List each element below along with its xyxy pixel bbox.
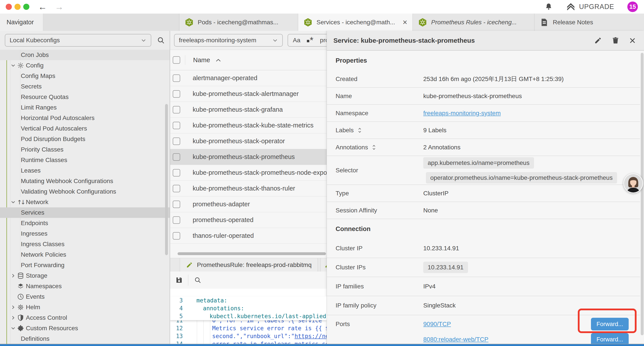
row-checkbox[interactable] (173, 137, 180, 145)
sidebar-item-ingresses[interactable]: Ingresses (0, 228, 170, 239)
minimize-window-button[interactable] (14, 4, 20, 10)
sidebar-item-ingress-classes[interactable]: Ingress Classes (0, 239, 170, 249)
sidebar-item-validating-webhook-configurations[interactable]: Validating Webhook Configurations (0, 186, 170, 197)
table-row-prometheus-adapter[interactable]: prometheus-adapter (170, 196, 326, 212)
sidebar-item-cron-jobs[interactable]: Cron Jobs (0, 50, 170, 60)
sidebar-item-network[interactable]: ↑↓Network (0, 197, 170, 207)
sidebar-item-runtime-classes[interactable]: Runtime Classes (0, 155, 170, 165)
close-window-button[interactable] (6, 4, 12, 10)
table-row-kube-prometheus-stack-thanos-ruler[interactable]: kube-prometheus-stack-thanos-ruler (170, 181, 326, 196)
sort-ascending-icon[interactable] (215, 58, 222, 62)
chevron-right-icon[interactable] (10, 315, 16, 320)
forward-button[interactable]: Forward... (591, 318, 629, 331)
chevron-right-icon[interactable] (10, 273, 16, 278)
back-arrow-icon[interactable]: ← (38, 2, 47, 11)
chevron-down-icon[interactable] (10, 63, 16, 68)
sidebar-item-limit-ranges[interactable]: Limit Ranges (0, 102, 170, 113)
sidebar-item-port-forwarding[interactable]: Port Forwarding (0, 260, 170, 271)
sidebar-item-events[interactable]: Events (0, 292, 170, 302)
row-checkbox[interactable] (173, 106, 180, 113)
sidebar-item-namespaces[interactable]: Namespaces (0, 281, 170, 292)
table-row-kube-prometheus-stack-grafana[interactable]: kube-prometheus-stack-grafana (170, 102, 326, 118)
tab-pods-icecheng-mathmas[interactable]: Pods - icecheng@mathmas... (179, 13, 298, 31)
row-checkbox[interactable] (173, 153, 180, 161)
chevron-down-icon[interactable] (10, 326, 16, 331)
sidebar-item-horizontal-pod-autoscalers[interactable]: Horizontal Pod Autoscalers (0, 113, 170, 123)
tab-close-icon[interactable]: × (400, 18, 407, 27)
table-row-thanos-ruler-operated[interactable]: thanos-ruler-operated (170, 228, 326, 244)
table-row-kube-prometheus-stack-prometheus-node-expor[interactable]: kube-prometheus-stack-prometheus-node-ex… (170, 165, 326, 181)
sidebar-item-resource-quotas[interactable]: Resource Quotas (0, 92, 170, 102)
upgrade-button[interactable]: UPGRADE (566, 2, 614, 11)
tab-release-notes[interactable]: Release Notes (534, 13, 644, 31)
navigator-panel-tab[interactable]: Navigator (0, 13, 43, 31)
table-row-kube-prometheus-stack-prometheus[interactable]: kube-prometheus-stack-prometheus (170, 149, 326, 165)
sidebar-item-definitions[interactable]: Definitions (0, 334, 170, 344)
sidebar-item-network-policies[interactable]: Network Policies (0, 249, 170, 260)
sidebar-item-config[interactable]: Config (0, 60, 170, 71)
sidebar-item-pod-disruption-budgets[interactable]: Pod Disruption Budgets (0, 134, 170, 144)
select-all-checkbox[interactable] (173, 56, 180, 64)
tab-services-icecheng-math[interactable]: Services - icecheng@math...× (298, 13, 413, 31)
port-link[interactable]: 8080:reloader-web/TCP (423, 336, 488, 343)
port-link[interactable]: 9090/TCP (423, 321, 451, 328)
sidebar-item-services[interactable]: Services (0, 207, 170, 218)
tab-prometheus-rules-icecheng[interactable]: Prometheus Rules - icecheng... (413, 13, 534, 31)
forward-button[interactable]: Forward... (591, 333, 629, 344)
row-checkbox[interactable] (173, 185, 180, 192)
table-search-input[interactable]: Aa * prome (288, 34, 326, 47)
row-checkbox[interactable] (173, 232, 180, 240)
sidebar-item-priority-classes[interactable]: Priority Classes (0, 144, 170, 155)
forward-arrow-icon[interactable]: → (55, 2, 64, 11)
row-checkbox[interactable] (173, 122, 180, 129)
sidebar-item-helm[interactable]: Helm (0, 302, 170, 313)
table-row-kube-prometheus-stack-operator[interactable]: kube-prometheus-stack-operator (170, 133, 326, 149)
code-segment[interactable]: https://net (294, 333, 326, 340)
edit-pencil-icon[interactable] (594, 37, 602, 44)
save-icon[interactable] (175, 276, 183, 284)
sidebar-item-leases[interactable]: Leases (0, 165, 170, 176)
row-checkbox[interactable] (173, 74, 180, 82)
sidebar-item-vertical-pod-autoscalers[interactable]: Vertical Pod Autoscalers (0, 123, 170, 134)
panel-scrollbar[interactable] (641, 53, 644, 335)
delete-trash-icon[interactable] (612, 37, 619, 44)
property-value[interactable]: freeleaps-monitoring-system (423, 110, 501, 117)
sidebar-item-storage[interactable]: Storage (0, 271, 170, 281)
chevron-right-icon[interactable] (10, 305, 16, 310)
table-row-alertmanager-operated[interactable]: alertmanager-operated (170, 70, 326, 86)
search-icon[interactable] (157, 36, 165, 44)
sidebar-item-config-maps[interactable]: Config Maps (0, 71, 170, 81)
sidebar-item-access-control[interactable]: Access Control (0, 313, 170, 323)
regex-toggle[interactable]: * (307, 37, 313, 43)
close-icon[interactable]: × (629, 35, 636, 46)
sidebar-item-endpoints[interactable]: Endpoints (0, 218, 170, 228)
sidebar-item-custom-resources[interactable]: Custom Resources (0, 323, 170, 334)
notification-badge[interactable]: 15 (627, 1, 638, 12)
namespace-filter-select[interactable]: freeleaps-monitoring-system (174, 34, 283, 47)
sidebar-item-secrets[interactable]: Secrets (0, 81, 170, 92)
window-titlebar: ← → UPGRADE 15 (0, 0, 644, 14)
row-checkbox[interactable] (173, 216, 180, 224)
editor-tab-prometheusrule[interactable]: PrometheusRule: freeleaps-prod-rabbitmq (180, 258, 318, 272)
kubeconfig-selector[interactable]: Local Kubeconfigs (5, 34, 151, 47)
row-checkbox[interactable] (173, 90, 180, 98)
table-row-kube-prometheus-stack-alertmanager[interactable]: kube-prometheus-stack-alertmanager (170, 86, 326, 102)
editor-search-icon[interactable] (194, 276, 202, 284)
row-checkbox[interactable] (173, 201, 180, 208)
sort-updown-icon[interactable] (358, 127, 362, 133)
editor-tab-next[interactable] (320, 258, 326, 272)
row-checkbox[interactable] (173, 169, 180, 177)
sidebar-item-mutating-webhook-configurations[interactable]: Mutating Webhook Configurations (0, 176, 170, 186)
sidebar-scrollbar[interactable] (165, 104, 168, 255)
chevron-down-icon[interactable] (10, 200, 16, 205)
bell-icon[interactable] (544, 3, 553, 11)
match-case-toggle[interactable]: Aa (293, 37, 300, 44)
table-row-kube-prometheus-stack-kube-state-metrics[interactable]: kube-prometheus-stack-kube-state-metrics (170, 118, 326, 133)
user-avatar[interactable] (624, 173, 643, 193)
maximize-window-button[interactable] (23, 4, 29, 10)
table-row-prometheus-operated[interactable]: prometheus-operated (170, 212, 326, 228)
horizontal-scrollbar[interactable] (178, 252, 326, 255)
yaml-editor[interactable]: 3metadata:4annotations:5kubectl.kubernet… (170, 289, 326, 344)
name-column-header[interactable]: Name (193, 56, 210, 64)
sort-updown-icon[interactable] (372, 144, 376, 150)
